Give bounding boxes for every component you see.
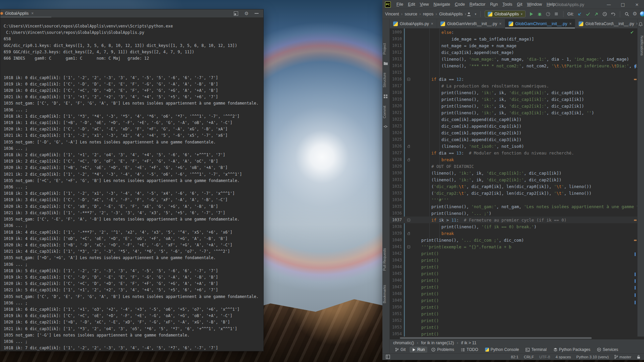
menu-code[interactable]: Code bbox=[452, 2, 467, 7]
code-line[interactable]: 1047print() bbox=[390, 284, 637, 290]
code-line[interactable]: 1044print() bbox=[390, 263, 637, 270]
menu-refactor[interactable]: Refactor bbox=[467, 2, 488, 7]
minimize-button[interactable]: — bbox=[602, 0, 616, 9]
search-icon[interactable] bbox=[624, 11, 630, 17]
tool-button-terminal[interactable]: Terminal bbox=[523, 347, 549, 353]
notifications-bell-icon[interactable] bbox=[638, 22, 643, 26]
sidebar-item-commit[interactable]: Commit bbox=[382, 102, 390, 122]
editor-tab[interactable]: GlobalApplis.py× bbox=[390, 19, 437, 28]
code-line[interactable]: 1033('dic_rap2:\t', dic_rap2[ik], len(di… bbox=[390, 190, 637, 196]
fold-collapse-icon[interactable] bbox=[407, 245, 410, 248]
code-line[interactable]: 1022dic_com[ik].append(dic_cap0[ik]) bbox=[390, 116, 637, 123]
pycharm-logo-icon[interactable]: PC bbox=[385, 2, 391, 7]
editor-tab[interactable]: GlobGamVers6\__init__.py× bbox=[437, 19, 505, 28]
code-line[interactable]: 1012dic_cap3[ik].append(not_mage) bbox=[390, 49, 637, 56]
restore-window-icon[interactable] bbox=[234, 11, 238, 16]
tool-button-run[interactable]: Run bbox=[410, 347, 427, 353]
code-line[interactable]: 1023dic_com[ik].append(dic_cap1[ik]) bbox=[390, 123, 637, 129]
breadcrumb-item[interactable]: if ik > 11 bbox=[461, 341, 476, 345]
code-line[interactable]: 1010ide_mage = tab_inf[abs(dif_mage)] bbox=[390, 36, 637, 42]
run-configuration-select[interactable]: GlobalApplis ▾ bbox=[485, 10, 526, 17]
code-line[interactable]: 1018print(lineno(), 'ik:', ik, 'dic_cap0… bbox=[390, 89, 637, 96]
code-line[interactable]: 1019print(lineno(), 'ik:', ik, 'dic_cap1… bbox=[390, 96, 637, 103]
code-with-me-icon[interactable] bbox=[640, 11, 644, 16]
code-line[interactable]: 1049print() bbox=[390, 297, 637, 304]
breadcrumb-item[interactable]: repos bbox=[423, 12, 433, 16]
fold-collapse-icon[interactable] bbox=[407, 219, 410, 222]
code-line[interactable]: 1011not_mage = ide_mage + num_mage bbox=[390, 42, 637, 49]
gear-icon[interactable]: ⚙ bbox=[244, 11, 249, 16]
editor-tab[interactable]: GlobGamChrom\__init__.py× bbox=[505, 19, 575, 28]
console-output[interactable]: C:\Users\Vincent\source\repos\GlobalAppl… bbox=[0, 17, 263, 351]
profiler-button[interactable] bbox=[545, 11, 551, 17]
minimize-icon[interactable] bbox=[255, 13, 259, 14]
console-tab[interactable]: GlobalApplis × bbox=[0, 9, 37, 17]
tool-button-problems[interactable]: Problems bbox=[429, 347, 457, 353]
breadcrumb-item[interactable]: GlobalApplis bbox=[439, 12, 463, 16]
tool-button-todo[interactable]: TODO bbox=[458, 347, 481, 353]
breadcrumb-item[interactable]: source bbox=[405, 12, 417, 16]
code-line[interactable]: 1013(lineno(), 'num_mage:', num_mage, 'd… bbox=[390, 56, 637, 62]
code-line[interactable]: 1038print(lineno(), '(if ik == 0) break.… bbox=[390, 223, 637, 230]
code-line[interactable]: 1014(lineno(), '*** *** * not_com2:', no… bbox=[390, 62, 637, 69]
tool-button-python-console[interactable]: Python Console bbox=[482, 347, 522, 353]
menu-tools[interactable]: Tools bbox=[500, 2, 515, 7]
code-line-active[interactable]: 1037if ik > 11: # Fermeture au premier c… bbox=[390, 217, 637, 223]
code-line[interactable]: 1009else: bbox=[390, 29, 637, 36]
code-line[interactable]: 1048print() bbox=[390, 290, 637, 297]
tool-button-git[interactable]: Git bbox=[392, 347, 408, 353]
code-editor[interactable]: ✔ 1009else:1010ide_mage = tab_inf[abs(di… bbox=[390, 28, 637, 337]
git-branch-widget[interactable]: master bbox=[614, 355, 631, 359]
code-line[interactable]: 1036print(lineno(), '... ;') bbox=[390, 210, 637, 217]
layout-widget-icon[interactable] bbox=[386, 355, 390, 359]
git-push-icon[interactable] bbox=[594, 11, 599, 17]
line-separator[interactable]: CRLF bbox=[524, 355, 534, 359]
sidebar-item-pull-requests[interactable]: Pull Requests bbox=[382, 244, 390, 275]
indent-style[interactable]: 4 spaces bbox=[555, 355, 571, 359]
commit-icon[interactable] bbox=[383, 124, 389, 130]
caret-position[interactable]: 82:1 bbox=[511, 355, 518, 359]
code-line[interactable]: 1020print(lineno(), 'ik:', ik, 'dic_cap2… bbox=[390, 103, 637, 109]
code-line[interactable]: 1053print() bbox=[390, 324, 637, 330]
menu-file[interactable]: File bbox=[394, 2, 406, 7]
code-line[interactable]: 1027if dia == 13: # Moduler en fonction … bbox=[390, 149, 637, 156]
structure-icon[interactable] bbox=[383, 94, 389, 100]
settings-gear-icon[interactable]: ⚙ bbox=[633, 11, 637, 16]
code-line[interactable]: 1021print(lineno(), 'ik:', ik, 'dic_cap3… bbox=[390, 109, 637, 116]
close-icon[interactable]: × bbox=[31, 11, 34, 16]
sidebar-item-project[interactable]: Project bbox=[382, 39, 390, 59]
tab-close-icon[interactable]: × bbox=[569, 21, 572, 26]
code-line[interactable]: 1046print() bbox=[390, 277, 637, 284]
code-line[interactable]: 1040print(lineno(), '... dic_com ;', dic… bbox=[390, 237, 637, 243]
code-line[interactable]: 1043print() bbox=[390, 257, 637, 263]
menu-git[interactable]: Git bbox=[515, 2, 525, 7]
code-line[interactable]: 1054print() bbox=[390, 330, 637, 337]
menu-view[interactable]: View bbox=[418, 2, 431, 7]
code-line[interactable]: 1039break bbox=[390, 230, 637, 237]
code-line[interactable]: 1041'''print(exemple = "{}".format(a + b bbox=[390, 243, 637, 250]
code-line[interactable]: 1017# La production des résultantes numé… bbox=[390, 82, 637, 89]
breadcrumb-item[interactable]: for ik in range(12) bbox=[421, 341, 454, 345]
code-line[interactable]: 1028break bbox=[390, 156, 637, 163]
file-encoding[interactable]: UTF-8 bbox=[539, 355, 550, 359]
code-line[interactable]: 1032('dic_rap0:\t', dic_rap0[ik], len(di… bbox=[390, 183, 637, 190]
breadcrumb-item[interactable]: Vincent bbox=[385, 12, 399, 16]
folder-icon[interactable] bbox=[383, 61, 389, 67]
git-update-icon[interactable] bbox=[577, 11, 582, 17]
code-line[interactable]: 1024dic_com[ik].append(dic_cap2[ik]) bbox=[390, 129, 637, 136]
right-stripe-label[interactable]: Notifications bbox=[637, 31, 644, 61]
python-interpreter[interactable]: Python 3.10 (venv) bbox=[576, 355, 609, 359]
menu-window[interactable]: Window bbox=[525, 2, 544, 7]
code-line[interactable]: 1015 bbox=[390, 69, 637, 76]
code-line[interactable]: 1052print() bbox=[390, 317, 637, 324]
sidebar-item-bookmarks[interactable]: Bookmarks bbox=[382, 281, 390, 307]
menu-run[interactable]: Run bbox=[488, 2, 500, 7]
code-line[interactable]: 1050print() bbox=[390, 304, 637, 310]
tab-close-icon[interactable]: × bbox=[431, 21, 433, 26]
code-line[interactable]: 1030(lineno(), 'ik:', ik, 'dic_cap1[ik]:… bbox=[390, 170, 637, 176]
run-button[interactable] bbox=[529, 11, 534, 17]
menu-edit[interactable]: Edit bbox=[406, 2, 418, 7]
debug-button[interactable] bbox=[537, 11, 542, 17]
tool-button-python-packages[interactable]: Python Packages bbox=[551, 347, 593, 353]
code-line[interactable]: 1025dic_com[ik].append(dic_cap3[ik]) bbox=[390, 136, 637, 143]
